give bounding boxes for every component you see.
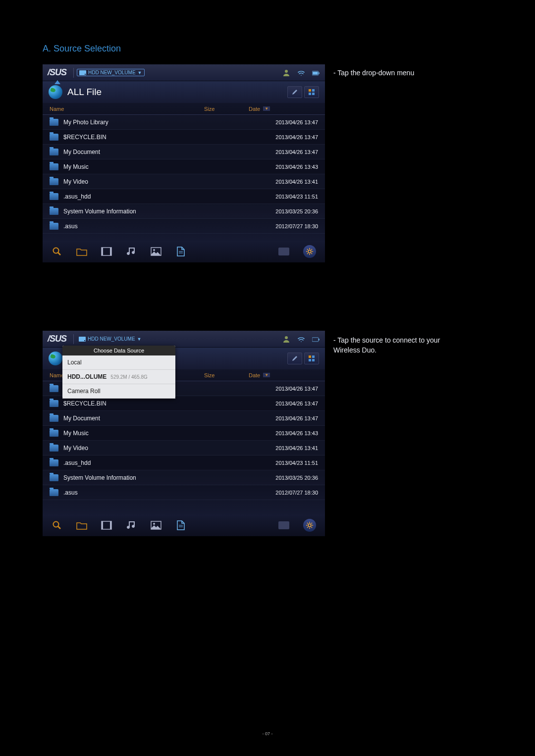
col-name[interactable]: Name	[50, 106, 204, 112]
file-date: 2013/04/26 13:43	[264, 430, 318, 436]
folder-icon[interactable]	[76, 520, 87, 530]
svg-line-24	[307, 253, 308, 254]
video-icon[interactable]	[101, 520, 112, 530]
file-name: My Music	[63, 163, 264, 170]
globe-icon	[49, 352, 62, 365]
col-date-label: Date	[249, 372, 260, 378]
folder-icon	[50, 149, 58, 155]
music-icon[interactable]	[126, 247, 137, 256]
file-row[interactable]: My Music2013/04/26 13:43	[43, 426, 325, 441]
chevron-down-icon: ▼	[138, 70, 142, 75]
folder-icon[interactable]	[76, 247, 87, 256]
svg-rect-30	[312, 355, 315, 358]
file-name: .asus	[63, 223, 264, 230]
sd-card-icon[interactable]	[278, 248, 289, 255]
dropdown-item-sub: 529.2M / 465.8G	[110, 374, 148, 380]
folder-icon	[50, 134, 58, 141]
folder-icon	[50, 119, 58, 126]
photo-icon[interactable]	[151, 247, 161, 256]
file-row[interactable]: .asus2012/07/27 18:30	[43, 485, 325, 500]
file-date: 2013/03/25 20:36	[264, 475, 318, 481]
sd-card-icon[interactable]	[278, 521, 289, 529]
svg-rect-28	[319, 339, 320, 340]
divider	[73, 334, 74, 344]
file-date: 2013/03/25 20:36	[264, 208, 318, 214]
search-icon[interactable]	[52, 520, 62, 530]
app-topbar: /SUS HDD NEW_VOLUME ▼	[43, 331, 325, 348]
video-icon[interactable]	[101, 247, 112, 256]
file-name: .asus_hdd	[63, 193, 264, 200]
svg-point-42	[308, 524, 311, 527]
col-size[interactable]: Size	[204, 372, 249, 378]
file-row[interactable]: My Video2013/04/26 13:41	[43, 174, 325, 189]
file-name: My Video	[63, 178, 264, 185]
page-title: ALL File	[67, 87, 102, 98]
person-icon	[282, 335, 290, 343]
svg-rect-5	[312, 89, 315, 92]
file-row[interactable]: My Music2013/04/26 13:43	[43, 159, 325, 174]
svg-rect-12	[110, 248, 111, 255]
svg-point-26	[285, 336, 288, 339]
folder-icon	[50, 163, 58, 170]
settings-gear-icon[interactable]	[303, 519, 316, 532]
file-row[interactable]: .asus_hdd2013/04/23 11:51	[43, 455, 325, 470]
sort-desc-icon: ▼	[263, 373, 270, 377]
grid-view-button[interactable]	[304, 86, 319, 98]
page-titlebar: ALL File	[43, 81, 325, 103]
file-date: 2013/04/26 13:47	[264, 401, 318, 406]
col-size[interactable]: Size	[204, 106, 249, 112]
svg-rect-32	[312, 359, 315, 361]
folder-icon	[50, 208, 58, 215]
file-row[interactable]: My Document2013/04/26 13:47	[43, 411, 325, 426]
svg-line-47	[307, 523, 308, 524]
document-icon[interactable]	[175, 520, 186, 530]
column-headers: Name Size Date ▼	[43, 103, 325, 115]
grid-view-button[interactable]	[304, 353, 319, 364]
chevron-down-icon: ▼	[137, 337, 142, 342]
file-row[interactable]: My Photo Library2013/04/26 13:47	[43, 115, 325, 130]
svg-rect-11	[102, 248, 103, 255]
app-topbar: /SUS HDD NEW_VOLUME ▼	[43, 64, 325, 81]
file-row[interactable]: $RECYCLE.BIN2013/04/26 13:47	[43, 130, 325, 145]
svg-rect-3	[319, 72, 320, 74]
col-date[interactable]: Date ▼	[249, 106, 318, 112]
file-name: System Volume Information	[63, 208, 264, 215]
svg-point-8	[54, 248, 59, 253]
drive-icon	[79, 337, 86, 342]
folder-icon	[50, 459, 58, 466]
file-date: 2013/04/26 13:41	[264, 445, 318, 451]
file-date: 2012/07/27 18:30	[264, 223, 318, 229]
edit-button[interactable]	[287, 86, 302, 98]
svg-line-34	[58, 526, 60, 529]
col-date[interactable]: Date ▼	[249, 372, 318, 378]
brand-logo: /SUS	[48, 334, 66, 344]
bottom-toolbar	[43, 241, 325, 262]
music-icon[interactable]	[126, 520, 137, 530]
file-row[interactable]: System Volume Information2013/03/25 20:3…	[43, 204, 325, 219]
file-row[interactable]: .asus2012/07/27 18:30	[43, 219, 325, 234]
file-name: $RECYCLE.BIN	[63, 400, 264, 407]
file-row[interactable]: My Video2013/04/26 13:41	[43, 441, 325, 455]
settings-gear-icon[interactable]	[303, 245, 316, 258]
file-date: 2013/04/26 13:43	[264, 164, 318, 170]
dropdown-item[interactable]: HDD...OLUME529.2M / 465.8G	[62, 370, 175, 384]
file-name: .asus_hdd	[63, 459, 264, 466]
file-row[interactable]: System Volume Information2013/03/25 20:3…	[43, 470, 325, 485]
source-dropdown-button[interactable]: HDD NEW_VOLUME ▼	[77, 336, 144, 342]
file-name: $RECYCLE.BIN	[63, 134, 264, 141]
edit-button[interactable]	[287, 353, 302, 364]
folder-icon	[50, 489, 58, 496]
photo-icon[interactable]	[151, 520, 161, 530]
document-icon[interactable]	[175, 247, 186, 256]
svg-rect-36	[102, 521, 103, 529]
file-name: My Photo Library	[63, 119, 264, 126]
folder-icon	[50, 415, 58, 422]
search-icon[interactable]	[52, 247, 62, 256]
dropdown-item[interactable]: Local	[62, 355, 175, 370]
dropdown-item[interactable]: Camera Roll	[62, 384, 175, 399]
globe-icon	[49, 85, 62, 99]
file-row[interactable]: .asus_hdd2013/04/23 11:51	[43, 189, 325, 204]
source-dropdown-button[interactable]: HDD NEW_VOLUME ▼	[77, 69, 145, 76]
svg-rect-31	[309, 359, 311, 361]
file-row[interactable]: My Document2013/04/26 13:47	[43, 145, 325, 159]
